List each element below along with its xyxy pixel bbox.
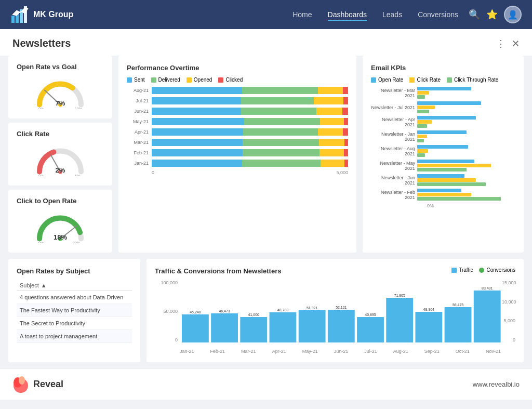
svg-text:45,240: 45,240 [190,310,201,314]
click-to-open-widget: Click to Open Rate 0% 20% 18% [8,190,112,253]
page-title: Newsletters [12,37,71,49]
performance-widget: Performance Overtime Sent Delivered Open… [118,56,356,253]
search-button[interactable]: 🔍 [469,9,480,20]
nav-home[interactable]: Home [292,8,312,21]
traffic-legend-traffic: Traffic [451,267,473,273]
open-rate-widget: Open Rate vs Goal 0% 10% 7% [8,56,112,118]
svg-text:48,964: 48,964 [423,308,434,311]
footer-brand-name: Reveal [33,379,63,390]
footer-brand: Reveal [12,375,63,394]
svg-text:51,921: 51,921 [307,306,317,310]
perf-bar-row: Mar-21 [127,139,348,146]
traffic-bar [415,312,442,342]
logo-area: MK Group [10,5,292,24]
month-label: Feb-21 [210,349,225,354]
close-button[interactable]: ✕ [512,38,520,49]
ekpi-legend-open: Open Rate [371,77,403,83]
email-kpis-legend: Open Rate Click Rate Click Through Rate [371,77,515,83]
traffic-bar [270,312,297,342]
month-label: Jan-21 [180,349,194,354]
perf-bar-row: Jun-21 [127,108,348,115]
perf-bar-row: Jul-21 [127,97,348,104]
click-rate-value: 2% [56,166,65,174]
click-rate-widget: Click Rate 0% 5% 2% [8,123,112,186]
email-kpi-row: Newsletter - May 2021 [371,160,515,171]
subject-table: Subject ▲ 4 questions answered about Dat… [17,280,132,343]
dashboard: Open Rate vs Goal 0% 10% 7% [0,56,532,368]
svg-text:10%: 10% [75,107,82,109]
performance-title: Performance Overtime [127,64,348,72]
open-rate-title: Open Rate vs Goal [17,63,104,71]
svg-text:52,121: 52,121 [336,306,347,309]
traffic-bar [240,317,267,342]
click-rate-title: Click Rate [17,130,104,138]
traffic-widget: Traffic & Conversions from Newsletters T… [147,259,524,362]
traffic-legend-conversions: Conversions [479,267,515,273]
footer-url: www.revealbi.io [473,380,520,388]
svg-text:48,733: 48,733 [277,308,288,312]
nav-leads[interactable]: Leads [382,8,402,21]
svg-text:71,805: 71,805 [394,294,405,297]
performance-chart: Aug-21Jul-21Jun-21May-21Apr-21Mar-21Feb-… [127,87,348,175]
user-avatar[interactable]: 👤 [504,6,522,23]
open-rate-value: 7% [56,99,65,107]
traffic-bar [386,298,413,342]
month-label: Mar-21 [241,349,256,354]
top-row: Open Rate vs Goal 0% 10% 7% [8,56,524,253]
traffic-bar [445,307,472,342]
ekpi-legend-ctr: Click Through Rate [447,77,498,83]
click-to-open-value: 18% [54,233,67,241]
svg-text:41,000: 41,000 [248,313,259,316]
email-kpi-row: Newsletter - Jul 2021 [371,101,515,113]
traffic-bars-area: 45,24046,47341,00048,73351,92152,12140,8… [180,280,501,354]
legend-opened: Opened [187,77,212,83]
page-header: Newsletters ⋮ ✕ [0,29,532,56]
page-container: Newsletters ⋮ ✕ Open Rate vs Goal [0,29,532,368]
nav-conversions[interactable]: Conversions [418,8,458,21]
month-label: Apr-21 [272,349,286,354]
month-label: Jul-21 [364,349,377,354]
svg-text:40,895: 40,895 [365,313,376,316]
month-label: May-21 [302,349,318,354]
x-axis: 05,000 [152,170,348,175]
kpi-column: Open Rate vs Goal 0% 10% 7% [8,56,112,253]
click-rate-gauge: 0% 5% 2% [17,142,104,178]
nav-links: Home Dashboards Leads Conversions [292,8,458,21]
legend-sent: Sent [127,77,145,83]
traffic-title: Traffic & Conversions from Newsletters [155,267,281,275]
svg-text:0%: 0% [38,241,44,243]
traffic-chart-container: 100,000 50,000 0 45,24046,47341,00048,73… [155,280,515,354]
table-row[interactable]: The Fastest Way to Productivity [17,304,132,317]
subject-col-header[interactable]: Subject ▲ [17,280,132,291]
month-label: Oct-21 [456,349,470,354]
favorites-button[interactable]: ⭐ [486,9,498,20]
perf-bar-row: Aug-21 [127,87,348,94]
table-row[interactable]: The Secret to Productivity [17,317,132,330]
svg-text:0%: 0% [38,107,44,109]
perf-bar-row: Feb-21 [127,149,348,156]
click-to-open-title: Click to Open Rate [17,197,104,205]
footer: Reveal www.revealbi.io [0,368,532,400]
email-kpi-row: Newsletter - Mar 2021 [371,87,515,99]
traffic-bar [357,317,384,342]
header: MK Group Home Dashboards Leads Conversio… [0,0,532,29]
table-row[interactable]: A toast to project management [17,330,132,343]
traffic-legend: Traffic Conversions [451,267,515,273]
svg-text:56,475: 56,475 [453,303,463,307]
more-options-button[interactable]: ⋮ [496,38,506,49]
legend-clicked: Clicked [218,77,243,83]
performance-legend: Sent Delivered Opened Clicked [127,77,348,83]
page-actions: ⋮ ✕ [496,38,520,49]
nav-dashboards[interactable]: Dashboards [328,8,367,21]
month-label: Aug-21 [393,349,408,354]
svg-text:5%: 5% [75,174,80,176]
logo-text: MK Group [33,10,73,19]
table-row[interactable]: 4 questions answered about Data-Driven [17,291,132,304]
email-kpis-widget: Email KPIs Open Rate Click Rate Click Th… [363,56,524,253]
click-to-open-gauge: 0% 20% 18% [17,209,104,245]
svg-point-30 [19,376,25,385]
email-kpi-row: Newsletter - Feb 2021 [371,189,515,201]
svg-text:83,431: 83,431 [482,286,493,290]
logo-icon [10,5,29,24]
svg-text:46,473: 46,473 [219,309,230,313]
